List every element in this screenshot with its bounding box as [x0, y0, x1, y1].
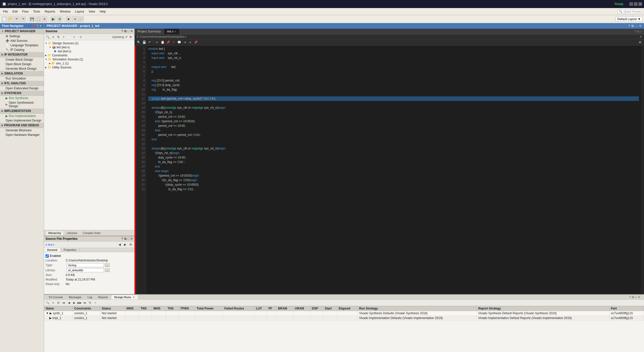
menu-layout[interactable]: Layout [73, 9, 86, 14]
editor-paste-btn[interactable]: 📌 [166, 40, 171, 45]
tab-compile-order[interactable]: Compile Order [80, 231, 104, 235]
code-content[interactable]: module led ( input wire sys_clk , input … [146, 46, 641, 294]
type-dots-btn[interactable]: ... [105, 263, 110, 267]
layout-dropdown[interactable]: Default Layout ▼ [616, 17, 642, 22]
section-program-debug[interactable]: ▶ PROGRAM AND DEBUG [0, 123, 44, 128]
col-whs[interactable]: WHS [152, 306, 166, 311]
settings-btn[interactable]: ⚙ [128, 35, 133, 39]
props-tab-general[interactable]: General [44, 248, 61, 252]
code-line-29[interactable]: if(period_cnt == 16'd500)begin [148, 173, 639, 178]
flow-item-ip-catalog[interactable]: 🔧 IP Catalog [0, 48, 44, 52]
enabled-checkbox[interactable] [46, 254, 49, 258]
flow-item-language-templates[interactable]: 📄 Language Templates [0, 43, 44, 48]
flow-item-generate-block[interactable]: Generate Block Design [0, 66, 44, 71]
code-line-16[interactable]: period_cnt <= 16'd0; [148, 114, 639, 119]
sources-close-icon[interactable]: ✕ [130, 29, 133, 33]
col-tns[interactable]: TNS [139, 306, 152, 311]
col-uram[interactable]: URAM [293, 306, 310, 311]
filter-btn[interactable]: ⇅ [56, 35, 61, 39]
editor-tab-undock[interactable]: ⧉ [637, 30, 639, 33]
editor-search-btn[interactable]: 🔍 [136, 40, 141, 45]
save-button[interactable]: 💾 [29, 16, 35, 22]
code-line-17[interactable]: else if(period_cnt == 16'd500) [148, 119, 639, 124]
col-run-strategy[interactable]: Run Strategy [357, 306, 477, 311]
editor-cut-btn[interactable]: ✂ [154, 40, 159, 45]
flow-nav-close[interactable]: ✕ [39, 24, 42, 28]
col-ths[interactable]: THS [166, 306, 179, 311]
menu-tools[interactable]: Tools [31, 9, 42, 14]
props-undock-icon[interactable]: ⧉ [124, 237, 127, 241]
code-line-28[interactable]: else begin [148, 169, 639, 173]
design-runs-close[interactable]: ✕ [133, 296, 135, 299]
pm-header-icons[interactable]: ? ⧉ ─ ✕ [628, 24, 641, 28]
col-constraints[interactable]: Constraints [73, 306, 100, 311]
col-elapsed[interactable]: Elapsed [337, 306, 357, 311]
flow-item-open-implemented[interactable]: Open Implemented Design [0, 118, 44, 123]
menu-flow[interactable]: Flow [20, 9, 30, 14]
code-line-22[interactable] [148, 142, 639, 146]
code-line-2[interactable]: input wire sys_clk , [148, 51, 639, 56]
save-all-button[interactable]: 📋 [35, 16, 41, 22]
section-synthesis[interactable]: ▶ SYNTHESIS [0, 91, 44, 96]
close-all-button[interactable]: ✕ [42, 16, 47, 22]
pm-undock-icon[interactable]: ⧉ [631, 24, 634, 28]
col-bram[interactable]: BRAM [276, 306, 293, 311]
flow-item-open-synthesized[interactable]: ▶ Open Synthesized Design [0, 100, 44, 108]
code-line-15[interactable]: if(!sys_rst_n) [148, 110, 639, 114]
stop-button[interactable]: ■ [66, 16, 71, 22]
code-line-25[interactable]: duty_cycle <= 16'd0; [148, 155, 639, 160]
tab-tcl-console[interactable]: Tcl Console [46, 295, 66, 299]
code-line-11[interactable] [148, 92, 639, 96]
section-project-manager[interactable]: ▼ PROJECT MANAGER [0, 29, 44, 34]
led-v-close[interactable]: ✕ [174, 30, 176, 33]
pm-minimize-icon[interactable]: ─ [635, 24, 637, 28]
menu-reports[interactable]: Reports [43, 9, 57, 14]
tab-libraries[interactable]: Libraries [64, 231, 80, 235]
flow-item-create-block[interactable]: Create Block Design [0, 57, 44, 62]
table-row[interactable]: ▼ ▶ synth_1constrs_1Not startedVivado Sy… [44, 311, 644, 316]
code-line-5[interactable]: output wire led [148, 65, 639, 69]
editor-pin-btn[interactable]: 📌 [193, 40, 198, 45]
menu-window[interactable]: Window [58, 9, 72, 14]
more-button[interactable]: ⋯ [78, 16, 84, 22]
code-line-19[interactable]: else [148, 128, 639, 133]
menu-help[interactable]: Help [98, 9, 108, 14]
code-line-3[interactable]: input wire sys_rst_n, [148, 56, 639, 60]
col-part[interactable]: Part [609, 306, 644, 311]
code-line-31[interactable]: if(duty_cycle == 16'd500) [148, 182, 639, 187]
close-path-icon[interactable]: ✕ [639, 35, 642, 38]
maximize-button[interactable]: □ [634, 2, 637, 6]
pm-close-icon[interactable]: ✕ [639, 24, 641, 28]
bottom-undock[interactable]: ⧉ [632, 295, 634, 299]
tree-utility-sources[interactable]: ▶ 📁 Utility Sources [44, 65, 134, 69]
code-line-30[interactable]: if(in_da_flag == 1'b0)begin [148, 178, 639, 182]
tree-design-sources[interactable]: ▼ 📁 Design Sources (1) [44, 41, 134, 45]
bottom-refresh-btn[interactable]: % [88, 300, 92, 305]
settings-button[interactable]: ⚙ [57, 16, 62, 22]
props-fwd-btn[interactable]: ▶ [123, 242, 127, 247]
editor-save-btn[interactable]: 💾 [142, 40, 147, 45]
code-line-20[interactable]: period_cnt <= period_cnt +1'b1; [148, 133, 639, 137]
tab-log[interactable]: Log [85, 295, 95, 299]
code-line-18[interactable]: period_cnt <= 16'd0; [148, 124, 639, 128]
library-dots-btn[interactable]: ... [105, 268, 110, 272]
check-btn[interactable]: ✓ [72, 35, 76, 39]
search-btn[interactable]: 🔍 [46, 35, 50, 39]
open-button[interactable]: 📂 [8, 16, 13, 22]
props-icons[interactable]: ? ⧉ □ ✕ [121, 237, 133, 241]
tree-led-file-group[interactable]: ▼ 📦 led (led.v) [44, 45, 134, 49]
props-tab-properties[interactable]: Properties [61, 248, 79, 252]
props-settings-btn[interactable]: ⚙ [128, 242, 133, 247]
code-line-21[interactable]: end [148, 137, 639, 142]
window-controls[interactable]: Ready ─ □ ✕ [615, 2, 642, 6]
design-runs-scroll[interactable]: Name Constraints Status WNS TNS WHS THS … [44, 306, 644, 352]
step-button[interactable]: ⇥ [72, 16, 77, 22]
quick-access-search[interactable]: 🔍 Quick Access [618, 9, 643, 14]
menu-edit[interactable]: Edit [10, 9, 20, 14]
tab-design-runs[interactable]: Design Runs ✕ [111, 295, 138, 299]
bottom-prev-btn[interactable]: ◀ [67, 300, 71, 305]
tree-sim1[interactable]: ▶ 📂 sim_1 (1) [44, 61, 134, 65]
section-rtl-analysis[interactable]: ▶ RTL ANALYSIS [0, 81, 44, 86]
bottom-settings-btn[interactable]: ⚙ [56, 300, 61, 305]
editor-delete-btn[interactable]: ✕ [171, 40, 176, 45]
